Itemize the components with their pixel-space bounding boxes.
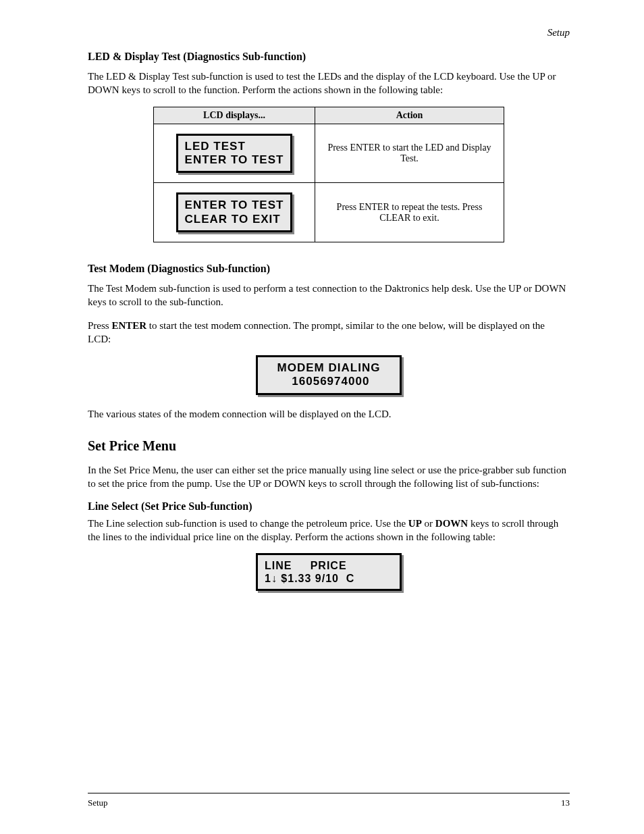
table-head-action: Action	[315, 107, 504, 124]
section-line-select-title: Line Select (Set Price Sub-function)	[88, 500, 570, 513]
lcd-panel-led-test: LED TEST ENTER TO TEST	[176, 134, 293, 174]
lcd-line: MODEM DIALING	[265, 361, 393, 375]
key-down: DOWN	[435, 518, 468, 529]
table-row: LED TEST ENTER TO TEST Press ENTER to st…	[154, 124, 504, 183]
lcd-line: ENTER TO TEST	[185, 199, 284, 212]
text-span: The Line selection sub-function is used …	[88, 518, 408, 529]
section-set-price-para: In the Set Price Menu, the user can eith…	[88, 463, 570, 491]
page-header-right: Setup	[547, 27, 570, 38]
table-cell-lcd: ENTER TO TEST CLEAR TO EXIT	[154, 183, 315, 242]
lcd-panel-line-price: LINE PRICE 1↓ $1.33 9/10 C	[256, 553, 402, 591]
section-test-modem-para3: The various states of the modem connecti…	[88, 407, 570, 421]
footer-left: Setup	[88, 798, 108, 808]
lcd-center-block: MODEM DIALING 16056974000	[88, 355, 570, 395]
footer-right-page-number: 13	[561, 798, 570, 808]
section-test-modem-para1: The Test Modem sub-function is used to p…	[88, 282, 570, 309]
text-span: or	[422, 518, 435, 529]
text-span: to start the test modem connection. The …	[88, 320, 545, 344]
diagnostics-table: LCD displays... Action LED TEST ENTER TO…	[153, 107, 504, 243]
key-up: UP	[408, 518, 422, 529]
lcd-line: LINE PRICE	[265, 559, 393, 572]
page-footer: Setup 13	[88, 798, 570, 808]
lcd-line: 16056974000	[265, 375, 393, 388]
section-led-display-para: The LED & Display Test sub-function is u…	[88, 70, 570, 97]
section-line-select-para: The Line selection sub-function is used …	[88, 517, 570, 544]
section-led-display-title: LED & Display Test (Diagnostics Sub-func…	[88, 51, 570, 63]
lcd-line: 1↓ $1.33 9/10 C	[265, 572, 393, 585]
text-span: Press	[88, 320, 111, 331]
lcd-line: ENTER TO TEST	[185, 153, 284, 167]
footer-rule	[88, 793, 570, 793]
key-enter: ENTER	[111, 320, 146, 331]
heading-set-price-menu: Set Price Menu	[88, 438, 570, 454]
page: Setup LED & Display Test (Diagnostics Su…	[0, 0, 644, 834]
table-cell-action: Press ENTER to start the LED and Display…	[315, 124, 504, 183]
table-row: ENTER TO TEST CLEAR TO EXIT Press ENTER …	[154, 183, 504, 242]
table-cell-lcd: LED TEST ENTER TO TEST	[154, 124, 315, 183]
table-head-lcd: LCD displays...	[154, 107, 315, 124]
lcd-line: CLEAR TO EXIT	[185, 213, 284, 226]
section-test-modem-para2: Press ENTER to start the test modem conn…	[88, 319, 570, 346]
lcd-line: LED TEST	[185, 140, 284, 153]
lcd-center-block: LINE PRICE 1↓ $1.33 9/10 C	[88, 553, 570, 591]
table-cell-action: Press ENTER to repeat the tests. Press C…	[315, 183, 504, 242]
section-test-modem-title: Test Modem (Diagnostics Sub-function)	[88, 263, 570, 275]
lcd-panel-enter-clear: ENTER TO TEST CLEAR TO EXIT	[176, 192, 293, 232]
lcd-panel-modem-dialing: MODEM DIALING 16056974000	[256, 355, 402, 395]
